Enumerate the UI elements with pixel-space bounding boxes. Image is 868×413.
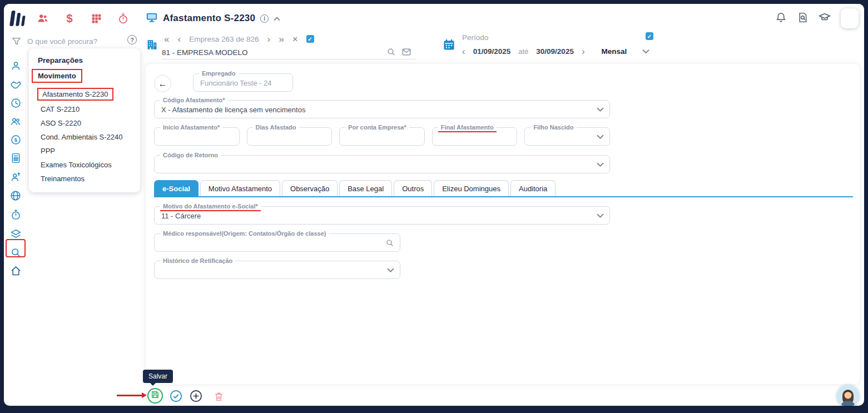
- historico-retificacao-label: Histórico de Retificação: [160, 257, 235, 264]
- company-counter: Empresa 263 de 826: [189, 35, 259, 43]
- clear-company-button[interactable]: ×: [292, 34, 298, 44]
- esocial-highlight-box: [6, 239, 26, 257]
- audit-search-icon[interactable]: [797, 12, 809, 26]
- codigo-retorno-label: Código de Retorno: [160, 152, 221, 158]
- first-company-button[interactable]: «: [164, 34, 169, 44]
- sidebar-finance-icon[interactable]: $: [9, 133, 22, 146]
- back-button[interactable]: ←: [154, 75, 171, 92]
- motivo-afastamento-select[interactable]: Motivo do Afastamento e-Social* 11 - Cár…: [154, 206, 610, 225]
- training-cap-icon[interactable]: [819, 11, 831, 26]
- chevron-down-icon[interactable]: [387, 267, 394, 272]
- empregado-value: Funcionário Teste - 24: [200, 78, 271, 87]
- company-mail-icon[interactable]: [401, 47, 411, 59]
- stopwatch-icon[interactable]: [116, 12, 130, 25]
- back-arrow-icon: ←: [158, 79, 167, 89]
- codigo-afastamento-select[interactable]: Código Afastamento* X - Afastamento de l…: [154, 100, 610, 118]
- menu-item-ppp[interactable]: PPP: [29, 144, 140, 158]
- search-input[interactable]: [27, 35, 121, 47]
- page-title-group: Afastamento S-2230 i: [146, 11, 280, 26]
- dias-afastado-label: Dias Afastado: [253, 124, 299, 131]
- chevron-down-icon[interactable]: [597, 134, 604, 139]
- chevron-down-icon[interactable]: [597, 213, 604, 218]
- menu-item-exames[interactable]: Exames Toxicológicos: [29, 158, 140, 172]
- collapse-chevron-icon[interactable]: [274, 13, 280, 23]
- sidebar-layers-icon[interactable]: [9, 227, 22, 240]
- empregado-field[interactable]: Empregado Funcionário Teste - 24: [193, 73, 293, 92]
- tab-observacao[interactable]: Observação: [282, 180, 338, 196]
- tab-esocial[interactable]: e-Social: [154, 180, 199, 196]
- add-button[interactable]: [189, 389, 202, 402]
- topbar: $ Afastamento S-2230 i: [4, 4, 864, 33]
- info-icon[interactable]: i: [260, 14, 269, 23]
- last-company-button[interactable]: »: [279, 34, 284, 44]
- field-search-icon[interactable]: [385, 238, 394, 247]
- quick-access-button[interactable]: [841, 8, 859, 28]
- chevron-down-icon[interactable]: [597, 162, 604, 167]
- sidebar-timer-icon[interactable]: [9, 208, 22, 221]
- payroll-dollar-icon[interactable]: $: [63, 12, 76, 25]
- company-search-icon[interactable]: [386, 47, 396, 59]
- delete-button[interactable]: [212, 390, 225, 403]
- menu-list: Afastamento S-2230 CAT S-2210 ASO S-2220…: [29, 87, 140, 186]
- period-filter-checkbox[interactable]: ✓: [646, 32, 653, 40]
- sidebar-esocial-globe-icon[interactable]: [9, 190, 22, 202]
- menu-group-movimento[interactable]: Movimento: [32, 69, 82, 83]
- prev-company-button[interactable]: ‹: [177, 34, 181, 44]
- sidebar-people-icon[interactable]: [9, 115, 22, 127]
- period-end-date[interactable]: 30/09/2025: [536, 47, 574, 56]
- chevron-down-icon[interactable]: [597, 107, 604, 112]
- save-tooltip: Salvar: [143, 370, 173, 383]
- next-company-button[interactable]: ›: [267, 34, 270, 44]
- tab-auditoria[interactable]: Auditoria: [510, 180, 555, 196]
- menu-item-cond-ambientais[interactable]: Cond. Ambientais S-2240: [29, 130, 140, 144]
- inicio-afastamento-field[interactable]: Início Afastamento*: [154, 127, 240, 146]
- confirm-button[interactable]: [169, 389, 182, 402]
- app-logo[interactable]: [9, 11, 26, 26]
- company-name[interactable]: 81 - EMPRESA MODELO: [162, 48, 248, 57]
- filter-funnel-icon[interactable]: [11, 36, 22, 49]
- medico-responsavel-field[interactable]: Médico responsável(Origem: Contatos/Órgã…: [154, 233, 400, 252]
- sidebar-clock-icon[interactable]: [9, 97, 22, 109]
- period-mode-select[interactable]: Mensal: [602, 47, 627, 56]
- afastamento-form-card: ← Empregado Funcionário Teste - 24 Códig…: [146, 64, 860, 384]
- tab-outros[interactable]: Outros: [394, 180, 432, 196]
- svg-text:$: $: [14, 137, 17, 143]
- dates-row: Início Afastamento* Dias Afastado Por co…: [154, 127, 610, 146]
- tab-motivo-afastamento[interactable]: Motivo Afastamento: [200, 180, 280, 196]
- menu-item-afastamento[interactable]: Afastamento S-2230: [37, 88, 113, 101]
- sidebar-handshake-icon[interactable]: [9, 78, 22, 91]
- sidebar-person-icon[interactable]: [9, 59, 22, 72]
- modules-grid-icon[interactable]: [90, 12, 103, 25]
- page-title: Afastamento S-2230: [163, 13, 255, 24]
- help-icon[interactable]: ?: [127, 35, 137, 44]
- dias-afastado-field[interactable]: Dias Afastado: [247, 127, 333, 146]
- employees-icon[interactable]: [36, 12, 49, 25]
- menu-item-cat[interactable]: CAT S-2210: [29, 102, 140, 116]
- company-building-icon: [146, 38, 158, 53]
- filho-nascido-select[interactable]: Filho Nascido: [524, 127, 610, 146]
- period-label: Período: [462, 33, 488, 42]
- final-afastamento-label: Final Afastamento: [438, 124, 497, 132]
- sidebar-calculator-icon[interactable]: [9, 152, 22, 164]
- next-period-button[interactable]: ›: [582, 47, 585, 56]
- period-mode-chevron-icon[interactable]: [642, 46, 649, 56]
- save-button[interactable]: [147, 388, 163, 404]
- historico-retificacao-select[interactable]: Histórico de Retificação: [154, 261, 400, 279]
- company-filter-checkbox[interactable]: ✓: [306, 35, 314, 43]
- sidebar-person-up-icon[interactable]: [9, 171, 22, 183]
- period-controls: ‹ 01/09/2025 até 30/09/2025 › Mensal: [462, 46, 649, 57]
- menu-item-aso[interactable]: ASO S-2220: [29, 116, 140, 130]
- notifications-bell-icon[interactable]: [775, 12, 787, 26]
- codigo-retorno-select[interactable]: Código de Retorno: [154, 155, 610, 173]
- tab-elizeu-domingues[interactable]: Elizeu Domingues: [434, 180, 509, 196]
- tab-base-legal[interactable]: Base Legal: [339, 180, 392, 196]
- period-start-date[interactable]: 01/09/2025: [473, 47, 511, 56]
- por-conta-empresa-field[interactable]: Por conta Empresa*: [339, 127, 425, 146]
- prev-period-button[interactable]: ‹: [462, 47, 465, 56]
- menu-item-treinamentos[interactable]: Treinamentos: [29, 172, 140, 186]
- inicio-afastamento-label: Início Afastamento*: [160, 124, 222, 131]
- monitor-icon: [146, 11, 158, 26]
- user-avatar[interactable]: [837, 385, 859, 406]
- final-afastamento-field[interactable]: Final Afastamento: [432, 127, 518, 146]
- sidebar-home-icon[interactable]: [9, 265, 22, 277]
